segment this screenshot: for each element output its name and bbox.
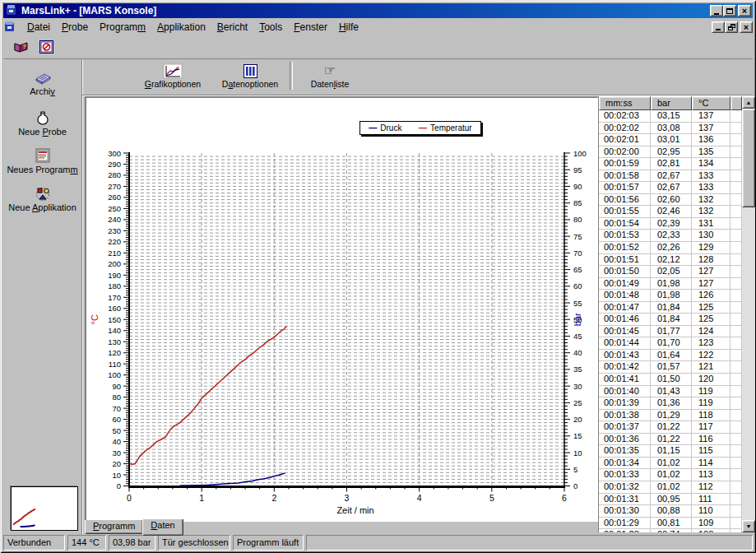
svg-text:100: 100 [108, 370, 121, 379]
mdi-close-button[interactable]: × [740, 21, 753, 33]
table-row[interactable]: 00:01:4101,50120 [599, 374, 742, 386]
table-row[interactable]: 00:01:4001,43119 [599, 386, 742, 398]
maximize-button[interactable] [723, 5, 736, 16]
table-row[interactable]: 00:01:3501,15115 [599, 445, 742, 458]
datenliste-button[interactable]: ☞ Datenliste [298, 59, 362, 95]
table-row[interactable]: 00:02:0002,95135 [599, 146, 742, 159]
status-connection: Verbunden [3, 535, 65, 551]
table-cell-time: 00:01:38 [599, 410, 651, 422]
column-header-temp[interactable]: °C [692, 96, 730, 110]
disconnect-button[interactable] [37, 39, 55, 55]
help-button[interactable]: ? [12, 39, 30, 55]
scroll-up-button[interactable]: ▲ [742, 96, 755, 109]
menu-applikation[interactable]: Applikation [151, 20, 211, 35]
legend-item-druck: —Druck [369, 123, 401, 132]
tab-programm[interactable]: Programm [85, 520, 143, 534]
sample-flask-icon [35, 110, 50, 125]
menu-bericht[interactable]: Bericht [211, 20, 253, 35]
table-row[interactable]: 00:01:5102,12128 [599, 254, 742, 267]
table-row[interactable]: 00:01:2800,74108 [599, 529, 742, 532]
svg-text:190: 190 [108, 271, 121, 280]
grafikoptionen-button[interactable]: Grafikoptionen [133, 59, 212, 95]
table-row[interactable]: 00:01:4901,98127 [599, 278, 742, 290]
table-cell-bar: 00,74 [651, 529, 692, 532]
table-cell-temp: 127 [692, 266, 730, 278]
maximize-icon [726, 8, 733, 14]
chart: 0102030405060708090100110120130140150160… [86, 98, 597, 520]
table-cell-bar: 01,64 [651, 350, 692, 362]
table-row[interactable]: 00:01:4301,64122 [599, 350, 742, 362]
scroll-down-button[interactable]: ▼ [742, 520, 755, 532]
table-row[interactable]: 00:01:3301,02113 [599, 469, 742, 481]
svg-text:70: 70 [573, 249, 582, 258]
sidebar-item-neue-probe[interactable]: Neue Probe [3, 110, 81, 137]
column-header-time[interactable]: mm:ss [599, 96, 651, 110]
table-row[interactable]: 00:01:5302,33130 [599, 230, 742, 242]
svg-text:230: 230 [108, 226, 121, 235]
table-row[interactable]: 00:01:5802,67133 [599, 170, 742, 183]
table-cell-temp: 135 [692, 146, 730, 159]
table-row[interactable]: 00:01:4201,57121 [599, 361, 742, 374]
chart-panel: —Druck —Temperatur 010203040506070809010… [85, 96, 599, 522]
menu-datei[interactable]: Datei [21, 20, 56, 35]
mdi-document-icon[interactable] [3, 20, 16, 35]
table-row[interactable]: 00:01:2900,81109 [599, 518, 742, 530]
minimize-icon [714, 13, 719, 15]
menu-fenster[interactable]: Fenster [288, 20, 333, 35]
menu-programm[interactable]: Programm [94, 20, 151, 35]
table-row[interactable]: 00:01:5402,39131 [599, 218, 742, 230]
table-row[interactable]: 00:01:3601,22116 [599, 434, 742, 446]
datenoptionen-button[interactable]: Datenoptionen [212, 59, 288, 95]
table-row[interactable]: 00:01:3000,88110 [599, 505, 742, 518]
table-row[interactable]: 00:01:5002,05127 [599, 266, 742, 278]
table-row[interactable]: 00:01:3701,22117 [599, 421, 742, 434]
table-row[interactable]: 00:02:0103,01136 [599, 134, 742, 146]
table-row[interactable]: 00:01:5202,26129 [599, 242, 742, 254]
svg-text:170: 170 [108, 293, 121, 302]
table-cell-time: 00:01:31 [599, 494, 651, 506]
table-cell-temp: 118 [692, 410, 730, 422]
table-row[interactable]: 00:01:4601,84125 [599, 314, 742, 326]
menu-tools[interactable]: Tools [253, 20, 288, 35]
close-button[interactable]: × [738, 5, 751, 16]
title-bar[interactable]: MarsLink+ - [MARS Konsole] × [3, 3, 753, 18]
druck-line-swatch: — [369, 123, 377, 132]
column-header-bar[interactable]: bar [651, 96, 692, 110]
menu-probe[interactable]: Probe [56, 20, 94, 35]
table-cell-filler [730, 254, 742, 267]
table-row[interactable]: 00:01:3401,02114 [599, 458, 742, 470]
menu-hilfe[interactable]: Hilfe [333, 20, 364, 35]
svg-text:30: 30 [112, 448, 121, 458]
table-row[interactable]: 00:01:3201,02112 [599, 481, 742, 494]
table-row[interactable]: 00:01:5502,46132 [599, 206, 742, 218]
table-row[interactable]: 00:01:4701,84125 [599, 302, 742, 314]
svg-text:°C: °C [90, 314, 100, 324]
table-row[interactable]: 00:02:0203,08137 [599, 123, 742, 135]
table-scrollbar[interactable]: ▲ ▼ [742, 96, 755, 532]
table-row[interactable]: 00:01:4401,70123 [599, 337, 742, 350]
table-row[interactable]: 00:01:3801,29118 [599, 410, 742, 422]
table-cell-bar: 02,67 [651, 170, 692, 183]
table-row[interactable]: 00:01:4501,77124 [599, 326, 742, 338]
table-row[interactable]: 00:01:3100,95111 [599, 494, 742, 506]
tab-daten[interactable]: Daten [142, 519, 183, 536]
table-cell-filler [730, 445, 742, 458]
table-cell-filler [730, 158, 742, 170]
archive-book-icon [33, 70, 53, 85]
scrollbar-thumb[interactable] [742, 109, 755, 207]
table-row[interactable]: 00:01:4801,98126 [599, 290, 742, 302]
sidebar-item-archiv[interactable]: Archiv [3, 70, 81, 96]
sidebar-item-neues-programm[interactable]: Neues Programm [3, 148, 81, 174]
table-row[interactable]: 00:01:5702,67133 [599, 182, 742, 194]
minimize-button[interactable] [710, 5, 723, 16]
mdi-restore-button[interactable] [725, 21, 738, 33]
sidebar-item-neue-applikation[interactable]: Neue Applikation [3, 186, 81, 212]
table-row[interactable]: 00:01:5902,81134 [599, 158, 742, 170]
table-row[interactable]: 00:01:5602,60132 [599, 194, 742, 207]
mdi-minimize-button[interactable] [712, 21, 725, 33]
table-row[interactable]: 00:01:3901,36119 [599, 397, 742, 410]
svg-text:5: 5 [489, 493, 494, 503]
scrollbar-track[interactable] [742, 109, 755, 520]
table-row[interactable]: 00:02:0303,15137 [599, 110, 742, 123]
svg-text:250: 250 [108, 204, 121, 213]
